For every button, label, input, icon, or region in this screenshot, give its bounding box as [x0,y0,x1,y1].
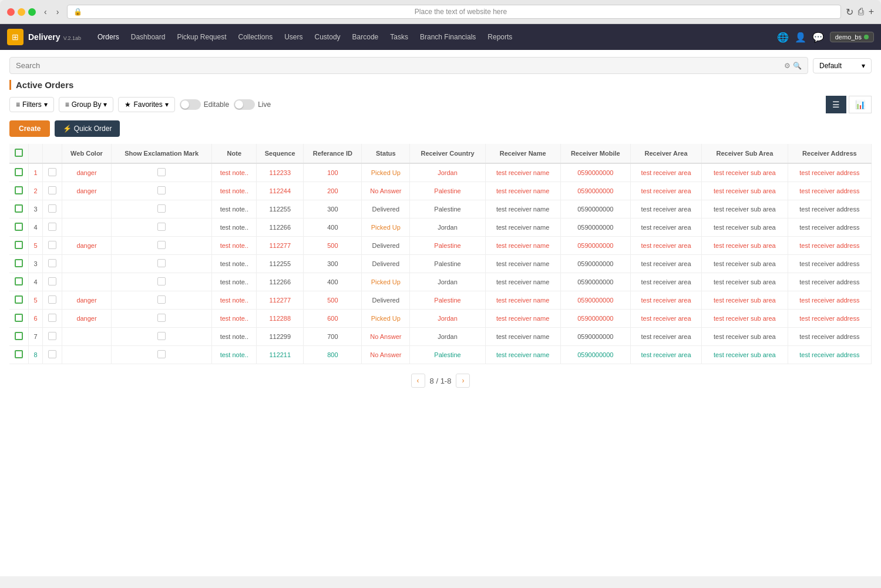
row-master-checkbox[interactable] [9,346,29,364]
row-mobile: 0590000000 [560,310,630,328]
row-exclamation [111,163,212,182]
search-bar: ⚙ 🔍 Default ▾ [9,57,872,74]
favorites-label: Favorites [133,100,162,109]
nav-barcode[interactable]: Barcode [348,31,384,43]
row-sequence: 112255 [257,255,304,273]
nav-icon-globe[interactable]: 🌐 [777,32,789,43]
live-toggle[interactable] [234,99,255,110]
list-view-button[interactable]: ☰ [826,96,846,113]
chart-view-button[interactable]: 📊 [849,96,872,113]
group-by-label: Group By [72,100,102,109]
nav-orders[interactable]: Orders [93,31,124,43]
row-master-checkbox[interactable] [9,219,29,237]
back-button[interactable]: ‹ [41,6,51,18]
table-row: 3 test note.. 112255 300 Delivered Pales… [9,200,872,219]
editable-toggle[interactable] [180,99,201,110]
user-badge[interactable]: demo_bs [830,32,874,42]
row-area: test receiver area [631,328,702,346]
table-row: 8 test note.. 112211 800 No Answer Pales… [9,346,872,364]
forward-button[interactable]: › [53,6,63,18]
header-checkbox[interactable] [9,144,29,163]
user-status-indicator [864,35,869,39]
row-master-checkbox[interactable] [9,182,29,200]
row-note: test note.. [212,200,257,219]
th-checkbox2 [42,144,62,163]
row-checkbox[interactable] [42,163,62,182]
row-status: No Answer [362,182,410,200]
row-checkbox[interactable] [42,182,62,200]
row-checkbox[interactable] [42,200,62,219]
default-dropdown[interactable]: Default ▾ [813,58,872,73]
row-ref-id: 400 [304,273,362,291]
row-checkbox[interactable] [42,291,62,310]
table-row: 2 danger test note.. 112244 200 No Answe… [9,182,872,200]
row-master-checkbox[interactable] [9,310,29,328]
page-title-wrap: Active Orders [9,80,872,90]
pagination-info: 8 / 1-8 [430,377,452,385]
row-number: 4 [29,273,43,291]
next-page-button[interactable]: › [456,374,470,388]
share-button[interactable]: ⎙ [858,6,864,18]
nav-pickup-request[interactable]: Pickup Request [172,31,231,43]
row-area: test receiver area [631,346,702,364]
master-check [15,314,23,322]
row-master-checkbox[interactable] [9,291,29,310]
row-master-checkbox[interactable] [9,237,29,255]
row-master-checkbox[interactable] [9,273,29,291]
favorites-button[interactable]: ★ Favorites ▾ [118,97,174,112]
row-exclamation [111,273,212,291]
nav-icon-user[interactable]: 👤 [795,32,806,43]
group-by-button[interactable]: ≡ Group By ▾ [59,97,114,112]
row-master-checkbox[interactable] [9,328,29,346]
row-sub-area: test receiver sub area [702,163,788,182]
row-master-checkbox[interactable] [9,255,29,273]
row-mobile: 0590000000 [560,200,630,219]
view-buttons: ☰ 📊 [826,96,872,113]
row-status: No Answer [362,328,410,346]
th-sequence: Sequence [257,144,304,163]
row-checkbox[interactable] [42,237,62,255]
row-master-checkbox[interactable] [9,200,29,219]
table-row: 4 test note.. 112266 400 Picked Up Jorda… [9,273,872,291]
create-button[interactable]: Create [9,120,50,137]
nav-reports[interactable]: Reports [483,31,517,43]
row-note: test note.. [212,163,257,182]
row-checkbox[interactable] [42,346,62,364]
new-tab-button[interactable]: + [869,6,874,18]
nav-tasks[interactable]: Tasks [385,31,413,43]
maximize-dot[interactable] [28,8,36,16]
close-dot[interactable] [7,8,15,16]
row-area: test receiver area [631,273,702,291]
row-area: test receiver area [631,219,702,237]
quick-order-button[interactable]: ⚡ Quick Order [55,120,120,137]
row-checkbox[interactable] [42,310,62,328]
nav-dashboard[interactable]: Dashboard [126,31,170,43]
search-input[interactable] [16,61,781,70]
refresh-button[interactable]: ↻ [846,6,853,18]
row-sub-area: test receiver sub area [702,310,788,328]
row-check [48,332,56,340]
row-exclamation [111,346,212,364]
nav-collections[interactable]: Collections [233,31,277,43]
row-checkbox[interactable] [42,219,62,237]
nav-custody[interactable]: Custody [310,31,345,43]
minimize-dot[interactable] [18,8,25,16]
row-sub-area: test receiver sub area [702,200,788,219]
address-text: Place the text of website here [87,8,834,16]
row-checkbox[interactable] [42,273,62,291]
prev-page-button[interactable]: ‹ [411,374,425,388]
nav-users[interactable]: Users [280,31,307,43]
row-master-checkbox[interactable] [9,163,29,182]
nav-branch-financials[interactable]: Branch Financials [415,31,480,43]
row-sequence: 112266 [257,273,304,291]
exclamation-checkbox [157,314,166,322]
filter-icon: ≡ [16,100,20,109]
row-checkbox[interactable] [42,255,62,273]
row-checkbox[interactable] [42,328,62,346]
nav-icon-chat[interactable]: 💬 [812,32,824,43]
search-input-wrap[interactable]: ⚙ 🔍 [9,57,808,74]
row-receiver-name: test receiver name [485,310,560,328]
filters-button[interactable]: ≡ Filters ▾ [9,97,54,112]
row-number: 8 [29,346,43,364]
address-bar[interactable]: 🔒 Place the text of website here [67,5,840,19]
